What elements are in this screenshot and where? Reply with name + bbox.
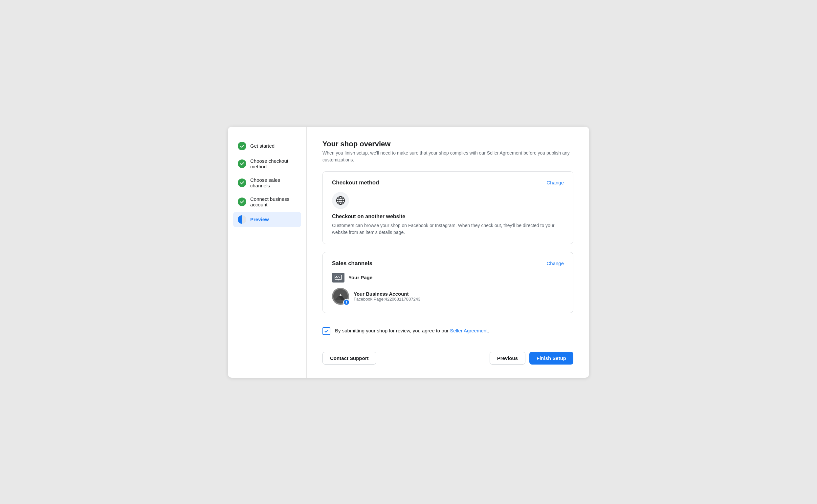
main-container: Get started Choose checkout method Choos… — [228, 127, 589, 378]
globe-icon — [332, 192, 349, 209]
checkout-change-link[interactable]: Change — [546, 180, 564, 185]
finish-setup-button[interactable]: Finish Setup — [529, 352, 573, 365]
check-icon-choose-sales — [238, 179, 246, 187]
sidebar-label-connect-business: Connect business account — [250, 196, 297, 207]
sidebar-label-get-started: Get started — [250, 143, 275, 149]
check-icon-get-started — [238, 142, 246, 150]
previous-button[interactable]: Previous — [490, 352, 525, 365]
business-account-row: f Your Business Account Facebook Page:42… — [332, 288, 564, 305]
sales-change-link[interactable]: Change — [546, 261, 564, 266]
your-page-row: Your Page — [332, 273, 564, 283]
sidebar-label-choose-sales: Choose sales channels — [250, 177, 297, 188]
contact-support-button[interactable]: Contact Support — [323, 352, 376, 365]
sales-card-header: Sales channels Change — [332, 260, 564, 267]
sales-card-title: Sales channels — [332, 260, 372, 267]
checkout-card-title: Checkout method — [332, 179, 379, 186]
sales-channels-card: Sales channels Change Your Page — [323, 252, 573, 313]
checkout-method-title: Checkout on another website — [332, 214, 564, 220]
agreement-text: By submitting your shop for review, you … — [335, 327, 489, 335]
sidebar-label-choose-checkout: Choose checkout method — [250, 158, 297, 169]
avatar: f — [332, 288, 349, 305]
footer-row: Contact Support Previous Finish Setup — [323, 349, 573, 365]
page-title: Your shop overview — [323, 140, 573, 148]
your-page-label: Your Page — [348, 275, 372, 280]
sidebar-item-get-started[interactable]: Get started — [233, 138, 301, 154]
checkout-method-card: Checkout method Change Checkout on anoth… — [323, 171, 573, 244]
account-name: Your Business Account — [354, 291, 420, 297]
sidebar-item-choose-checkout[interactable]: Choose checkout method — [233, 155, 301, 173]
svg-point-6 — [336, 276, 337, 277]
check-icon-connect-business — [238, 198, 246, 206]
sidebar: Get started Choose checkout method Choos… — [228, 127, 307, 378]
agreement-row: By submitting your shop for review, you … — [323, 321, 573, 341]
agreement-text-after: . — [488, 328, 489, 333]
checkout-card-header: Checkout method Change — [332, 179, 564, 186]
sidebar-item-connect-business[interactable]: Connect business account — [233, 193, 301, 211]
page-header: Your shop overview When you finish setup… — [323, 140, 573, 163]
account-info: Your Business Account Facebook Page:4220… — [354, 291, 420, 302]
agreement-text-before: By submitting your shop for review, you … — [335, 328, 450, 333]
checkout-method-desc: Customers can browse your shop on Facebo… — [332, 222, 564, 236]
facebook-badge: f — [343, 299, 350, 305]
sidebar-label-preview: Preview — [250, 217, 269, 222]
check-icon-choose-checkout — [238, 159, 246, 168]
main-content: Your shop overview When you finish setup… — [307, 127, 589, 378]
page-subtitle: When you finish setup, we'll need to mak… — [323, 150, 573, 163]
nav-buttons: Previous Finish Setup — [490, 352, 573, 365]
agreement-checkbox[interactable] — [323, 327, 330, 335]
sidebar-item-preview[interactable]: Preview — [233, 212, 301, 227]
page-icon — [332, 273, 345, 283]
seller-agreement-link[interactable]: Seller Agreement — [450, 328, 488, 333]
sidebar-item-choose-sales[interactable]: Choose sales channels — [233, 174, 301, 192]
half-circle-icon-preview — [238, 215, 246, 224]
account-sub: Facebook Page:422068117887243 — [354, 297, 420, 302]
